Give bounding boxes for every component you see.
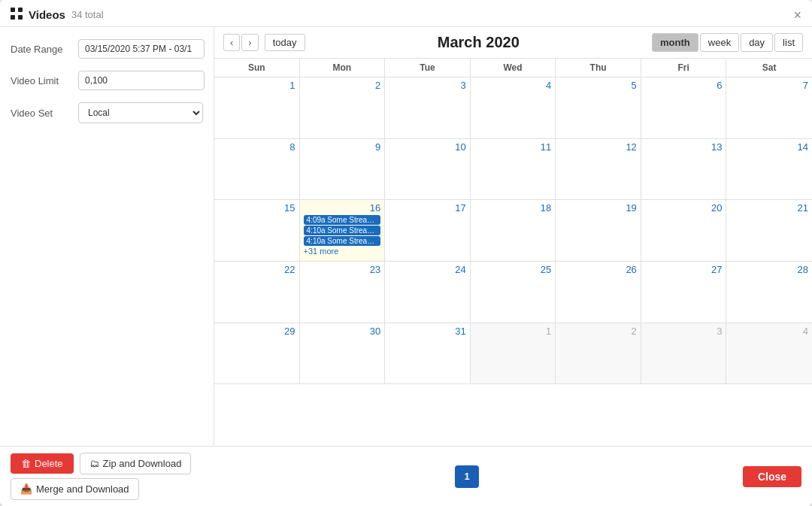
calendar-cell[interactable]: 1 [214,77,300,139]
grid-icon [11,8,23,22]
days-of-week-header: Sun Mon Tue Wed Thu Fri Sat [214,59,812,77]
day-number: 30 [304,326,381,337]
calendar-cell[interactable]: 3 [385,77,471,139]
day-number: 8 [218,141,295,153]
svg-rect-0 [11,8,15,12]
video-set-select[interactable]: Local Remote All [78,102,203,123]
calendar-event[interactable]: 4:09a Some Stream - 1... [304,215,381,225]
calendar-cell[interactable]: 4 [726,323,812,385]
calendar-nav: ‹ › [223,34,259,51]
calendar-cell[interactable]: 13 [641,139,727,201]
calendar-cell[interactable]: 17 [385,200,471,262]
calendar-cell[interactable]: 6 [641,77,727,139]
day-number: 2 [559,326,637,337]
day-number: 1 [218,80,295,91]
calendar-cell[interactable]: 19 [556,200,641,262]
calendar-cell[interactable]: 11 [471,139,556,201]
footer-left: 🗑 Delete 🗂 Zip and Download 📥 Merge and … [11,453,191,500]
delete-button[interactable]: 🗑 Delete [11,453,74,474]
calendar-cell[interactable]: 24 [385,262,471,323]
modal-container: Videos 34 total × Date Range Video Limit… [0,0,812,506]
calendar-cell[interactable]: 7 [726,77,812,139]
footer-row-1: 🗑 Delete 🗂 Zip and Download [11,453,191,474]
calendar-area: ‹ › today March 2020 month week day list… [214,27,812,446]
dow-thu: Thu [556,59,641,77]
day-number: 19 [559,202,637,214]
day-number: 3 [645,326,723,337]
day-number: 11 [474,141,552,153]
day-number: 26 [559,264,637,275]
view-list-button[interactable]: list [774,33,803,52]
svg-rect-1 [18,8,23,12]
calendar-cell[interactable]: 12 [556,139,641,201]
calendar-cell[interactable]: 28 [726,262,812,323]
calendar-cell[interactable]: 30 [300,323,386,385]
dow-fri: Fri [641,59,727,77]
prev-month-button[interactable]: ‹ [223,34,240,51]
calendar-cell[interactable]: 10 [385,139,471,201]
day-number: 31 [389,326,466,337]
today-button[interactable]: today [265,34,305,51]
video-set-label: Video Set [11,108,71,119]
day-number: 24 [389,264,466,275]
calendar-cell[interactable]: 21 [726,200,812,262]
calendar-cell[interactable]: 29 [214,323,300,385]
calendar-cell[interactable]: 2 [300,77,386,139]
calendar-cell[interactable]: 2 [556,323,641,385]
day-number: 1 [474,326,552,337]
video-limit-label: Video Limit [11,75,71,86]
calendar-cell[interactable]: 22 [214,262,300,323]
date-range-input[interactable] [78,39,205,59]
calendar-title: March 2020 [311,34,647,51]
modal-title-text: Videos [29,8,65,21]
day-number: 7 [730,80,808,91]
day-number: 10 [389,141,466,153]
day-number: 25 [474,264,552,275]
calendar-cell[interactable]: 164:09a Some Stream - 1...4:10a Some Str… [300,200,386,262]
zip-download-button[interactable]: 🗂 Zip and Download [80,453,192,474]
calendar-cell[interactable]: 20 [641,200,727,262]
calendar-cell[interactable]: 23 [300,262,386,323]
video-set-field: Video Set Local Remote All [11,102,203,123]
view-week-button[interactable]: week [700,33,739,52]
day-number: 20 [645,202,723,214]
calendar-event[interactable]: 4:10a Some Stream - 0... [304,226,381,235]
video-limit-input[interactable] [78,71,205,90]
merge-icon: 📥 [20,483,32,495]
footer-center: 1 [197,465,737,488]
day-number: 15 [218,202,295,214]
page-1-button[interactable]: 1 [455,465,479,488]
close-button[interactable]: Close [743,466,801,487]
calendar-cell[interactable]: 31 [385,323,471,385]
calendar-cell[interactable]: 14 [726,139,812,201]
day-number: 21 [730,202,808,214]
calendar-cell[interactable]: 27 [641,262,727,323]
merge-download-button[interactable]: 📥 Merge and Download [11,478,139,500]
more-events-link[interactable]: +31 more [304,247,381,256]
calendar-cell[interactable]: 8 [214,139,300,201]
calendar-cell[interactable]: 4 [471,77,556,139]
calendar-cell[interactable]: 26 [556,262,641,323]
calendar-cell[interactable]: 18 [471,200,556,262]
day-number: 13 [645,141,723,153]
view-month-button[interactable]: month [652,33,698,52]
calendar-cell[interactable]: 1 [471,323,556,385]
calendar-cell[interactable]: 3 [641,323,727,385]
dow-sat: Sat [726,59,812,77]
calendar-cell[interactable]: 9 [300,139,386,201]
calendar-cell[interactable]: 15 [214,200,300,262]
day-number: 4 [474,80,552,91]
date-range-label: Date Range [11,44,71,55]
calendar-cell[interactable]: 5 [556,77,641,139]
day-number: 5 [559,80,637,91]
next-month-button[interactable]: › [241,34,258,51]
calendar-event[interactable]: 4:10a Some Stream - 0... [304,236,381,246]
date-range-field: Date Range [11,39,203,59]
close-icon-button[interactable]: × [793,8,801,22]
day-number: 23 [304,264,381,275]
video-limit-field: Video Limit [11,71,203,90]
calendar-header: ‹ › today March 2020 month week day list [214,27,812,59]
calendar-cell[interactable]: 25 [471,262,556,323]
modal-footer: 🗑 Delete 🗂 Zip and Download 📥 Merge and … [0,446,812,506]
view-day-button[interactable]: day [741,33,773,52]
